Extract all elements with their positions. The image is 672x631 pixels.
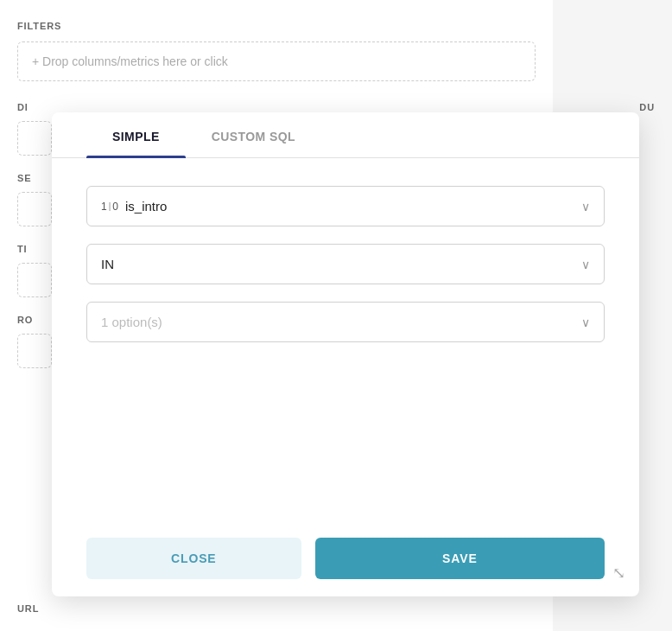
du-label: DU [639,102,655,112]
field-name: is_intro [125,199,167,214]
field-value: 1|0 is_intro [101,199,167,214]
value-placeholder: 1 option(s) [101,315,162,329]
se-box [17,192,52,226]
value-chevron-icon: ∨ [581,316,590,329]
filter-modal: SIMPLE CUSTOM SQL 1|0 is_intro ∨ IN ∨ [52,112,639,596]
field-type-icon: 1|0 [101,201,118,213]
operator-value: IN [101,257,114,271]
modal-footer: CLOSE SAVE [52,520,639,596]
drop-zone-text: + Drop columns/metrics here or click [32,54,228,68]
ti-box [17,263,52,297]
filters-label: FILTERS [17,21,536,31]
operator-chevron-icon: ∨ [581,258,590,271]
field-dropdown[interactable]: 1|0 is_intro ∨ [86,186,605,226]
dim-label: DI [17,102,536,112]
drop-zone[interactable]: + Drop columns/metrics here or click [17,41,536,81]
value-dropdown[interactable]: 1 option(s) ∨ [86,302,605,342]
modal-tabs: SIMPLE CUSTOM SQL [52,112,639,158]
operator-dropdown[interactable]: IN ∨ [86,244,605,284]
save-button[interactable]: SAVE [315,538,605,579]
modal-body: 1|0 is_intro ∨ IN ∨ 1 option(s) ∨ [52,158,639,520]
filters-section: FILTERS + Drop columns/metrics here or c… [17,21,536,81]
close-button[interactable]: CLOSE [86,538,301,579]
expand-icon[interactable]: ⤡ [612,564,625,583]
ro-box [17,334,52,368]
tab-simple[interactable]: SIMPLE [86,112,186,157]
dim-box [17,121,52,156]
field-chevron-icon: ∨ [581,200,590,214]
tab-custom-sql[interactable]: CUSTOM SQL [186,112,321,157]
url-label: URL [17,603,39,614]
